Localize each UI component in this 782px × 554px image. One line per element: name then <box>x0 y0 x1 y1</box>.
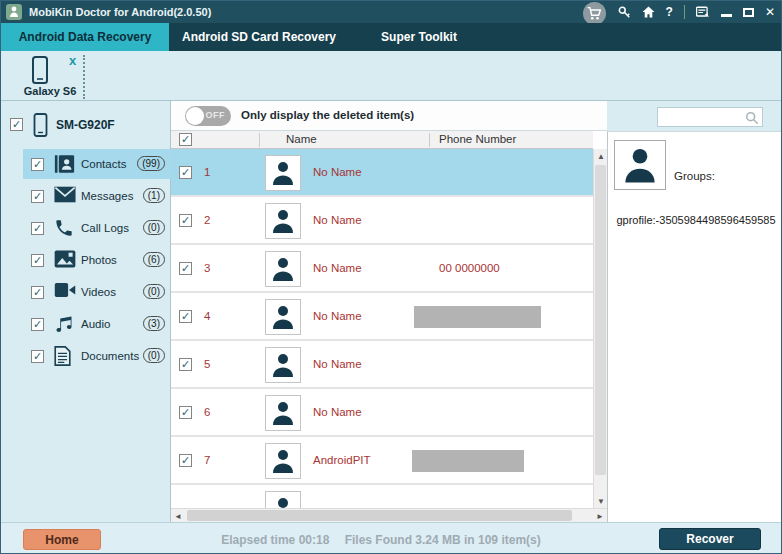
select-all-checkbox[interactable]: ✓ <box>179 133 192 146</box>
toggle-state-label: OFF <box>206 110 226 120</box>
row-checkbox[interactable]: ✓ <box>179 406 192 419</box>
documents-count-badge: (0) <box>143 348 165 363</box>
call-logs-icon <box>54 218 74 238</box>
tab-android-sd-card-recovery[interactable]: Android SD Card Recovery <box>169 23 349 51</box>
home-icon[interactable] <box>642 6 655 18</box>
footer-bar: Home Elapsed time 00:18 Files Found 3.24… <box>1 522 781 554</box>
minimize-button[interactable] <box>721 8 732 17</box>
search-area <box>607 101 782 131</box>
table-row[interactable]: ✓ 4 No Name <box>171 293 593 341</box>
table-row[interactable]: ✓ 2 No Name <box>171 197 593 245</box>
deleted-only-toggle[interactable]: OFF <box>185 106 231 126</box>
row-checkbox[interactable]: ✓ <box>179 310 192 323</box>
photos-icon <box>54 250 76 268</box>
contact-name: No Name <box>313 262 362 274</box>
call-logs-label: Call Logs <box>81 222 129 234</box>
close-button[interactable]: ✕ <box>765 5 775 19</box>
sidebar-item-call-logs[interactable]: ✓ Call Logs (0) <box>1 213 171 243</box>
scroll-right-arrow[interactable]: ► <box>593 509 607 523</box>
row-checkbox[interactable]: ✓ <box>179 358 192 371</box>
audio-icon <box>54 314 74 334</box>
horizontal-scroll-thumb[interactable] <box>187 510 572 521</box>
recover-button[interactable]: Recover <box>659 528 761 550</box>
elapsed-time: Elapsed time 00:18 <box>221 533 329 547</box>
register-icon[interactable] <box>696 6 710 19</box>
row-checkbox[interactable]: ✓ <box>179 262 192 275</box>
table-row[interactable]: ✓ 6 No Name <box>171 389 593 437</box>
sidebar-item-documents[interactable]: ✓ Documents (0) <box>1 341 171 371</box>
status-text: Elapsed time 00:18 Files Found 3.24 MB i… <box>111 533 651 547</box>
redacted-phone-block <box>414 306 541 328</box>
scroll-up-arrow[interactable]: ▲ <box>594 149 608 163</box>
table-row-partial[interactable] <box>171 485 593 508</box>
contact-avatar-icon <box>265 347 301 383</box>
row-number: 1 <box>204 166 210 178</box>
call-logs-checkbox[interactable]: ✓ <box>31 222 44 235</box>
title-bar: MobiKin Doctor for Android(2.0.50) ? ✕ <box>1 1 781 23</box>
deleted-filter-label: Only display the deleted item(s) <box>241 109 414 121</box>
files-found: Files Found 3.24 MB in 109 item(s) <box>345 533 541 547</box>
row-checkbox[interactable]: ✓ <box>179 166 192 179</box>
contact-name: No Name <box>313 166 362 178</box>
key-icon[interactable] <box>617 5 631 19</box>
vertical-scroll-thumb[interactable] <box>595 165 606 475</box>
scroll-left-arrow[interactable]: ◄ <box>171 509 185 523</box>
sidebar-item-audio[interactable]: ✓ Audio (3) <box>1 309 171 339</box>
row-number: 7 <box>204 454 210 466</box>
sidebar-item-videos[interactable]: ✓ Videos (0) <box>1 277 171 307</box>
sidebar-item-contacts[interactable]: ✓ Contacts (99) <box>1 149 171 179</box>
header-name: Name <box>286 133 317 145</box>
horizontal-scrollbar[interactable]: ◄ ► <box>171 508 607 522</box>
search-box[interactable] <box>657 107 763 127</box>
vertical-scrollbar[interactable]: ▲ ▼ <box>593 149 607 508</box>
videos-checkbox[interactable]: ✓ <box>31 286 44 299</box>
sidebar-device-row[interactable]: ✓ SM-G920F <box>1 111 170 139</box>
contacts-icon <box>54 154 75 174</box>
audio-checkbox[interactable]: ✓ <box>31 318 44 331</box>
documents-icon <box>54 346 71 366</box>
cart-icon[interactable] <box>583 2 606 25</box>
row-number: 6 <box>204 406 210 418</box>
device-checkbox[interactable]: ✓ <box>10 118 23 131</box>
redacted-phone-block <box>412 450 524 472</box>
messages-checkbox[interactable]: ✓ <box>31 190 44 203</box>
contacts-checkbox[interactable]: ✓ <box>31 158 44 171</box>
device-tab-divider <box>83 55 85 99</box>
table-row[interactable]: ✓ 1 No Name <box>171 149 593 197</box>
list-toolbar: OFF Only display the deleted item(s) <box>171 101 607 131</box>
row-number: 3 <box>204 262 210 274</box>
row-checkbox[interactable]: ✓ <box>179 454 192 467</box>
documents-checkbox[interactable]: ✓ <box>31 350 44 363</box>
sidebar-item-photos[interactable]: ✓ Photos (6) <box>1 245 171 275</box>
scroll-down-arrow[interactable]: ▼ <box>594 494 608 508</box>
maximize-button[interactable] <box>743 8 754 17</box>
table-row[interactable]: ✓ 5 No Name <box>171 341 593 389</box>
tab-super-toolkit[interactable]: Super Toolkit <box>349 23 489 51</box>
contact-detail: Groups: gprofile:-3505984498596459585 <box>607 131 782 522</box>
home-button[interactable]: Home <box>23 529 101 550</box>
row-checkbox[interactable]: ✓ <box>179 214 192 227</box>
contacts-label: Contacts <box>81 158 126 170</box>
table-rows-viewport: ✓ 1 No Name ✓ 2 No Name ✓ 3 <box>171 149 593 508</box>
device-tab[interactable]: x Galaxy S6 <box>11 53 81 99</box>
main-tab-bar: Android Data Recovery Android SD Card Re… <box>1 23 781 51</box>
app-logo-icon <box>6 4 22 20</box>
audio-count-badge: (3) <box>143 316 165 331</box>
table-row[interactable]: ✓ 7 AndroidPIT <box>171 437 593 485</box>
search-input[interactable] <box>660 109 744 125</box>
tab-android-data-recovery[interactable]: Android Data Recovery <box>1 23 169 51</box>
photos-label: Photos <box>81 254 117 266</box>
device-tab-close-icon[interactable]: x <box>69 53 76 68</box>
header-phone-number: Phone Number <box>439 133 516 145</box>
photos-checkbox[interactable]: ✓ <box>31 254 44 267</box>
row-number: 5 <box>204 358 210 370</box>
contact-name: No Name <box>313 214 362 226</box>
detail-avatar-icon <box>614 140 666 190</box>
photos-count-badge: (6) <box>143 252 165 267</box>
sidebar-item-messages[interactable]: ✓ Messages (1) <box>1 181 171 211</box>
help-icon[interactable]: ? <box>666 5 673 19</box>
search-icon[interactable] <box>745 111 759 125</box>
messages-label: Messages <box>81 190 133 202</box>
table-row[interactable]: ✓ 3 No Name 00 0000000 <box>171 245 593 293</box>
videos-count-badge: (0) <box>143 284 165 299</box>
